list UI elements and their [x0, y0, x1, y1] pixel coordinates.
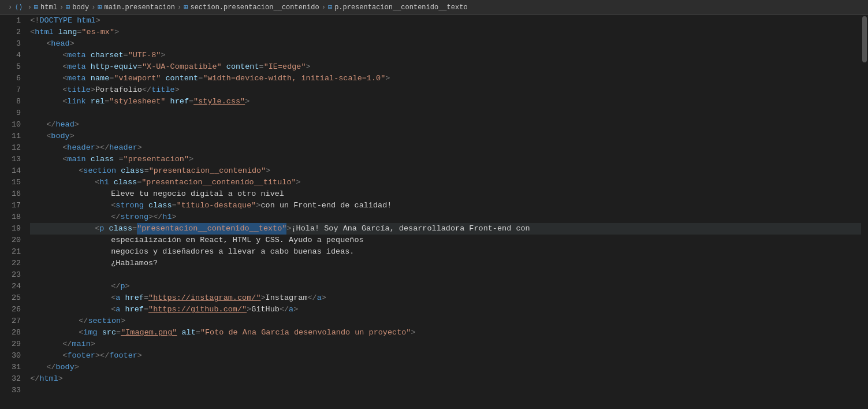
code-token: > — [137, 142, 142, 154]
editor-area: 1234567891011121314151617181920212223242… — [0, 15, 868, 409]
code-token: < — [46, 131, 51, 142]
code-token: main — [67, 154, 85, 165]
code-token: alt — [181, 327, 195, 339]
code-line: </section> — [30, 315, 861, 327]
code-token: ¿Hablamos? — [111, 258, 158, 269]
code-line: </head> — [30, 119, 861, 131]
code-token: > — [137, 350, 142, 362]
code-token: a — [289, 304, 293, 315]
code-line: <header></header> — [30, 142, 861, 154]
code-token: < — [62, 350, 67, 362]
code-token: = — [124, 50, 128, 61]
line-number: 28 — [12, 327, 21, 339]
line-number: 33 — [12, 385, 21, 396]
breadcrumb-crumb-main[interactable]: main.presentacion — [105, 3, 175, 12]
code-line — [30, 107, 861, 119]
scrollbar-thumb[interactable] — [862, 16, 867, 62]
code-token: "presentacion__contenido" — [149, 165, 266, 177]
code-token: GitHub — [251, 304, 280, 315]
code-token: < — [46, 38, 51, 50]
line-number: 32 — [12, 373, 21, 385]
code-token: < — [111, 200, 116, 211]
scrollbar[interactable] — [861, 15, 868, 409]
code-token: head — [55, 119, 74, 131]
breadcrumb-section-icon: ⊞ — [184, 3, 188, 12]
code-line: </main> — [30, 339, 861, 350]
code-token: </ — [308, 292, 317, 304]
code-token — [98, 327, 102, 339]
code-token — [177, 327, 181, 339]
code-token: > — [91, 84, 95, 96]
code-token: meta — [67, 73, 85, 84]
code-token: > — [286, 223, 291, 235]
line-number: 5 — [12, 61, 21, 73]
code-token: < — [62, 84, 67, 96]
code-token: < — [111, 292, 116, 304]
code-line: <!DOCTYPE html> — [30, 15, 861, 27]
code-line — [30, 385, 861, 396]
code-token: meta — [67, 61, 85, 73]
code-token — [86, 61, 91, 73]
code-token: < — [62, 142, 67, 154]
code-token — [86, 96, 91, 107]
code-token: rel — [91, 96, 105, 107]
code-line: </html> — [30, 373, 861, 385]
breadcrumb-crumb-section[interactable]: section.presentacion__contenido — [190, 3, 319, 12]
code-token: > — [306, 61, 311, 73]
code-token: class — [121, 165, 144, 177]
code-token — [86, 73, 91, 84]
line-number: 12 — [12, 142, 21, 154]
code-line: negocios y diseñadores a llevar a cabo b… — [30, 246, 861, 258]
code-token: > — [125, 281, 130, 292]
code-token: < — [62, 154, 67, 165]
code-token: Eleve tu negocio digital a otro nivel — [111, 188, 284, 200]
code-token: src — [102, 327, 116, 339]
code-token: </ — [111, 281, 120, 292]
code-token: class — [114, 177, 137, 188]
code-token: < — [111, 304, 116, 315]
code-line: <html lang="es-mx"> — [30, 27, 861, 38]
breadcrumb-crumb-body[interactable]: body — [72, 3, 89, 12]
code-token: = — [137, 177, 141, 188]
code-token: > — [189, 154, 193, 165]
code-token: class — [109, 223, 133, 235]
code-line: </body> — [30, 362, 861, 373]
line-number: 17 — [12, 200, 21, 211]
breadcrumb-crumb-p[interactable]: p.presentacion__contenido__texto — [334, 3, 467, 12]
code-token: negocios y diseñadores a llevar a cabo b… — [111, 246, 354, 258]
code-line: <main class ="presentacion"> — [30, 154, 861, 165]
code-line: <strong class="titulo-destaque">con un F… — [30, 200, 861, 211]
code-token: header — [67, 142, 95, 154]
code-token: = — [172, 200, 177, 211]
code-token — [222, 61, 226, 73]
code-token: </ — [142, 84, 151, 96]
code-token — [116, 165, 121, 177]
line-numbers: 1234567891011121314151617181920212223242… — [0, 15, 28, 409]
code-content[interactable]: <!DOCTYPE html><html lang="es-mx"><head>… — [28, 15, 861, 409]
code-token: > — [58, 373, 63, 385]
breadcrumb-p-icon: ⊞ — [328, 3, 332, 12]
code-token: section — [83, 165, 116, 177]
code-token: > — [296, 177, 301, 188]
line-number: 1 — [12, 15, 21, 27]
code-token — [144, 200, 148, 211]
code-token — [54, 27, 58, 38]
code-token: meta — [67, 50, 85, 61]
code-token: "titulo-destaque" — [177, 200, 256, 211]
code-token: <! — [30, 15, 39, 27]
code-token: > — [96, 15, 100, 27]
code-token: main — [72, 339, 90, 350]
breadcrumb-crumb-html[interactable]: html — [40, 3, 57, 12]
code-token: lang — [58, 27, 77, 38]
code-line — [30, 269, 861, 281]
code-token — [109, 177, 114, 188]
code-line: <p class="presentacion__contenido__texto… — [30, 223, 861, 235]
code-line: <footer></footer> — [30, 350, 861, 362]
line-number: 22 — [12, 258, 21, 269]
code-token: > — [385, 73, 390, 84]
line-number: 8 — [12, 96, 21, 107]
code-token — [161, 73, 165, 84]
code-token: "https://github.com/" — [148, 304, 247, 315]
line-number: 30 — [12, 350, 21, 362]
code-token: class — [91, 154, 114, 165]
